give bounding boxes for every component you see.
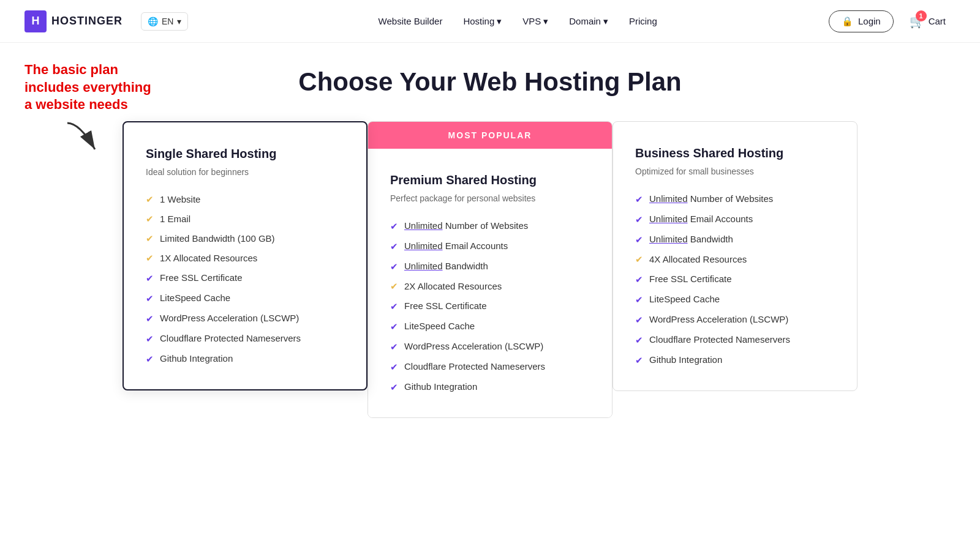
list-item: ✔ Cloudflare Protected Nameservers (146, 333, 344, 345)
check-icon: ✔ (390, 362, 398, 373)
plan-name-single: Single Shared Hosting (146, 147, 344, 161)
list-item: ✔ Unlimited Number of Websites (635, 193, 835, 205)
check-icon: ✔ (146, 334, 154, 345)
chevron-down-icon: ▾ (177, 17, 181, 26)
arrow-icon (61, 120, 110, 157)
plan-subtitle-premium: Perfect package for personal websites (390, 193, 590, 203)
list-item: ✔ Github Integration (390, 381, 590, 393)
check-icon: ✔ (390, 342, 398, 353)
list-item: ✔ LiteSpeed Cache (635, 294, 835, 305)
check-icon: ✔ (390, 301, 398, 312)
list-item: ✔ Unlimited Bandwidth (390, 261, 590, 272)
features-list-business: ✔ Unlimited Number of Websites ✔ Unlimit… (635, 193, 835, 366)
list-item: ✔ 4X Allocated Resources (635, 254, 835, 265)
list-item: ✔ 2X Allocated Resources (390, 281, 590, 292)
language-selector[interactable]: 🌐 EN ▾ (141, 12, 188, 31)
lang-label: EN (162, 17, 173, 26)
plan-card-premium-wrapper: MOST POPULAR Premium Shared Hosting Perf… (368, 121, 612, 418)
logo-icon: H (24, 10, 47, 32)
check-icon: ✔ (146, 273, 154, 284)
list-item: ✔ LiteSpeed Cache (146, 293, 344, 304)
nav-links: Website Builder Hosting ▾ VPS ▾ Domain ▾… (206, 11, 828, 32)
list-item: ✔ LiteSpeed Cache (390, 321, 590, 332)
plan-subtitle-single: Ideal solution for beginners (146, 167, 344, 177)
check-icon: ✔ (635, 274, 643, 285)
login-label: Login (858, 16, 881, 26)
check-icon: ✔ (390, 241, 398, 252)
main-content: The basic plan includes everything a web… (0, 43, 980, 443)
page-title: Choose Your Web Hosting Plan (37, 67, 943, 97)
check-icon: ✔ (390, 281, 398, 292)
domain-chevron-icon: ▾ (603, 16, 608, 27)
check-icon: ✔ (146, 214, 154, 225)
popular-banner: MOST POPULAR (368, 122, 612, 149)
list-item: ✔ Free SSL Certificate (635, 274, 835, 285)
nav-hosting-label: Hosting (463, 16, 494, 26)
list-item: ✔ WordPress Acceleration (LSCWP) (146, 313, 344, 324)
check-icon: ✔ (635, 294, 643, 305)
vps-chevron-icon: ▾ (543, 16, 548, 27)
lock-icon: 🔒 (842, 16, 853, 27)
cart-badge: 1 (916, 10, 927, 21)
check-icon: ✔ (146, 293, 154, 304)
nav-hosting[interactable]: Hosting ▾ (454, 11, 510, 32)
nav-domain[interactable]: Domain ▾ (560, 11, 617, 32)
globe-icon: 🌐 (148, 17, 158, 26)
check-icon: ✔ (146, 313, 154, 324)
list-item: ✔ Unlimited Email Accounts (390, 241, 590, 252)
list-item: ✔ Unlimited Bandwidth (635, 234, 835, 245)
list-item: ✔ 1 Website (146, 194, 344, 205)
check-icon: ✔ (635, 214, 643, 225)
logo-text: HOSTINGER (51, 15, 123, 28)
features-list-premium: ✔ Unlimited Number of Websites ✔ Unlimit… (390, 220, 590, 393)
list-item: ✔ WordPress Acceleration (LSCWP) (635, 314, 835, 326)
check-icon: ✔ (635, 254, 643, 265)
check-icon: ✔ (146, 354, 154, 365)
logo[interactable]: H HOSTINGER (24, 10, 123, 32)
hosting-chevron-icon: ▾ (497, 16, 502, 27)
list-item: ✔ Unlimited Email Accounts (635, 214, 835, 225)
login-button[interactable]: 🔒 Login (829, 10, 894, 32)
list-item: ✔ 1X Allocated Resources (146, 253, 344, 264)
list-item: ✔ Limited Bandwidth (100 GB) (146, 233, 344, 244)
list-item: ✔ Cloudflare Protected Nameservers (390, 361, 590, 373)
nav-vps-label: VPS (522, 16, 541, 26)
check-icon: ✔ (635, 355, 643, 366)
check-icon: ✔ (390, 321, 398, 332)
list-item: ✔ Cloudflare Protected Nameservers (635, 334, 835, 346)
plan-card-business: Business Shared Hosting Optimized for sm… (612, 121, 858, 391)
nav-vps[interactable]: VPS ▾ (514, 11, 557, 32)
check-icon: ✔ (635, 335, 643, 346)
cart-button[interactable]: 🛒 1 Cart (900, 9, 956, 34)
plan-card-single: Single Shared Hosting Ideal solution for… (123, 121, 368, 390)
plans-grid: Single Shared Hosting Ideal solution for… (123, 121, 858, 418)
plan-card-premium: Premium Shared Hosting Perfect package f… (368, 149, 612, 417)
list-item: ✔ 1 Email (146, 214, 344, 225)
nav-actions: 🔒 Login 🛒 1 Cart (829, 9, 956, 34)
check-icon: ✔ (635, 194, 643, 205)
check-icon: ✔ (390, 261, 398, 272)
list-item: ✔ Free SSL Certificate (146, 272, 344, 284)
nav-website-builder[interactable]: Website Builder (370, 11, 451, 31)
plan-name-premium: Premium Shared Hosting (390, 173, 590, 187)
check-icon: ✔ (146, 253, 154, 264)
plan-subtitle-business: Optimized for small businesses (635, 166, 835, 176)
list-item: ✔ WordPress Acceleration (LSCWP) (390, 341, 590, 353)
check-icon: ✔ (390, 221, 398, 232)
check-icon: ✔ (146, 233, 154, 244)
list-item: ✔ Free SSL Certificate (390, 301, 590, 312)
plan-name-business: Business Shared Hosting (635, 146, 835, 160)
annotation-text: The basic plan includes everything a web… (24, 61, 159, 114)
nav-pricing[interactable]: Pricing (620, 11, 666, 31)
navbar: H HOSTINGER 🌐 EN ▾ Website Builder Hosti… (0, 0, 980, 43)
list-item: ✔ Unlimited Number of Websites (390, 220, 590, 232)
features-list-single: ✔ 1 Website ✔ 1 Email ✔ Limited Bandwidt… (146, 194, 344, 365)
check-icon: ✔ (635, 234, 643, 245)
check-icon: ✔ (390, 382, 398, 393)
check-icon: ✔ (635, 315, 643, 326)
nav-domain-label: Domain (569, 16, 601, 26)
list-item: ✔ Github Integration (146, 353, 344, 365)
list-item: ✔ Github Integration (635, 354, 835, 366)
check-icon: ✔ (146, 194, 154, 205)
cart-label: Cart (929, 16, 946, 26)
